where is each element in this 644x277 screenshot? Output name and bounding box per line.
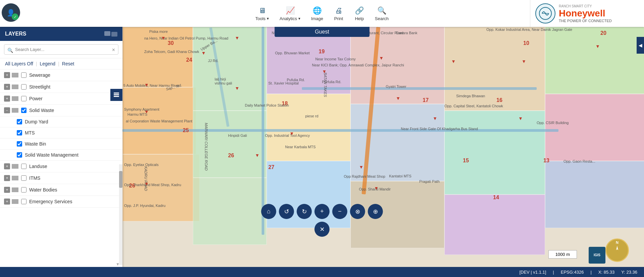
layer-search-clear[interactable]: × (112, 47, 115, 53)
layers-stack-icon[interactable] (104, 31, 117, 37)
toolbar-print[interactable]: 🖨 Print (333, 5, 344, 21)
layer-item-solid-waste[interactable]: − Solid Waste (0, 105, 122, 116)
map-controls: ⌂ ↺ ↻ + − ⊗ ⊕ ✕ (261, 204, 383, 237)
print-icon: 🖨 (333, 5, 344, 16)
layer-search-icon: 🔍 (7, 48, 13, 53)
toolbar-analytics[interactable]: 📈 Analytics ▼ (279, 5, 301, 21)
help-icon: 🔗 (354, 5, 365, 16)
right-collapse-button[interactable]: ◀ (637, 37, 644, 54)
target-button[interactable]: ⊕ (368, 204, 383, 219)
help-label[interactable]: Help (355, 16, 364, 21)
layer-item-sewerage[interactable]: + Sewerage (0, 69, 122, 81)
compass-north: N (616, 240, 619, 244)
toolbar-tools[interactable]: 🖥 Tools ▼ (255, 5, 269, 21)
layers-toggle-button[interactable]: ⊗ (350, 204, 365, 219)
legend-btn[interactable]: Legend (40, 61, 55, 66)
status-env: [DEV | v1.1.1] (519, 270, 546, 275)
honeywell-name: Honeywell (559, 8, 612, 19)
solid-waste-checkbox[interactable] (21, 108, 26, 113)
streetlight-expand[interactable]: + (4, 84, 10, 90)
solid-waste-color (12, 108, 18, 113)
layers-title: LAYERS (5, 31, 26, 37)
analytics-label[interactable]: Analytics ▼ (279, 16, 301, 21)
tools-label[interactable]: Tools ▼ (255, 16, 269, 21)
svg-marker-4 (616, 246, 618, 250)
tools-arrow: ▼ (266, 17, 270, 20)
image-icon: 🌐 (312, 5, 322, 16)
layer-item-waste-bin[interactable]: Waste Bin (0, 138, 122, 150)
itms-expand[interactable]: + (4, 175, 10, 181)
sewerage-expand[interactable]: + (4, 72, 10, 78)
dump-yard-checkbox[interactable] (17, 119, 22, 124)
emergency-checkbox[interactable] (21, 199, 26, 204)
landuse-color (12, 164, 18, 169)
analytics-arrow: ▼ (298, 17, 301, 20)
layer-item-solid-waste-mgmt[interactable]: Solid Waste Management (0, 150, 122, 161)
waste-bin-checkbox[interactable] (17, 141, 22, 147)
honeywell-logo: RANCH SMART CITY Honeywell THE POWER OF … (530, 0, 644, 27)
toolbar-help[interactable]: 🔗 Help (354, 5, 365, 21)
reset-btn[interactable]: Reset (62, 61, 74, 66)
guest-bar: Guest (275, 27, 370, 37)
layer-item-emergency-services[interactable]: + Emergency Services (0, 196, 122, 208)
emergency-expand[interactable]: + (4, 199, 10, 205)
layers-float-icon[interactable] (110, 89, 122, 101)
sewerage-label: Sewerage (29, 72, 118, 78)
toolbar-image[interactable]: 🌐 Image (311, 5, 323, 21)
redo-button[interactable]: ↻ (297, 204, 312, 219)
layers-scroll-down[interactable]: ▼ (116, 262, 120, 267)
honeywell-tagline: THE POWER OF CONNECTED (559, 19, 612, 23)
compass: N (604, 237, 631, 264)
solid-waste-label: Solid Waste (29, 108, 118, 113)
power-expand[interactable]: + (4, 96, 10, 102)
svg-rect-2 (114, 94, 119, 95)
mts-checkbox[interactable] (17, 130, 22, 135)
water-bodies-checkbox[interactable] (21, 187, 26, 192)
extra-button[interactable]: ✕ (315, 222, 330, 237)
solid-waste-expand[interactable]: − (4, 107, 10, 113)
solid-waste-mgmt-checkbox[interactable] (17, 152, 22, 158)
layer-item-power[interactable]: + Power (0, 93, 122, 105)
layers-search: 🔍 × (0, 41, 122, 58)
home-button[interactable]: ⌂ (261, 204, 276, 219)
igis-badge: IGIS (589, 247, 605, 264)
itms-checkbox[interactable] (21, 175, 26, 181)
layer-search-input[interactable] (4, 44, 118, 55)
streetlight-checkbox[interactable] (21, 84, 26, 90)
emergency-color (12, 199, 18, 204)
search-icon: 🔍 (376, 5, 387, 16)
landuse-expand[interactable]: + (4, 163, 10, 169)
svg-rect-3 (114, 96, 119, 97)
print-label[interactable]: Print (334, 16, 343, 21)
search-label[interactable]: Search (375, 16, 389, 21)
water-bodies-expand[interactable]: + (4, 187, 10, 193)
layers-panel: LAYERS 🔍 × All Layers Off | Legend | Res… (0, 27, 122, 268)
image-label[interactable]: Image (311, 16, 323, 21)
compass-circle: N (605, 238, 629, 262)
landuse-checkbox[interactable] (21, 164, 26, 169)
layer-item-landuse[interactable]: + Landuse (0, 161, 122, 172)
sewerage-checkbox[interactable] (21, 72, 26, 78)
zoom-out-button[interactable]: − (332, 204, 347, 219)
layers-list: + Sewerage + Streetlight + Power − Solid… (0, 69, 122, 257)
layer-item-water-bodies[interactable]: + Water Bodies (0, 184, 122, 196)
status-x: X: 85.33 (598, 270, 614, 275)
layer-item-mts[interactable]: MTS (0, 127, 122, 138)
toolbar-search[interactable]: 🔍 Search (375, 5, 389, 21)
layer-item-dump-yard[interactable]: Dump Yard (0, 116, 122, 127)
dump-yard-label: Dump Yard (25, 119, 118, 124)
undo-button[interactable]: ↺ (279, 204, 294, 219)
map-controls-row: ⌂ ↺ ↻ + − ⊗ ⊕ (261, 204, 383, 219)
zoom-in-button[interactable]: + (315, 204, 330, 219)
itms-color (12, 176, 18, 180)
all-layers-off-btn[interactable]: All Layers Off (5, 61, 33, 66)
sewerage-color (12, 73, 18, 77)
layer-item-streetlight[interactable]: + Streetlight (0, 81, 122, 93)
layer-item-itms[interactable]: + ITMS (0, 172, 122, 184)
layers-header: LAYERS (0, 27, 122, 41)
honeywell-logo-icon (535, 3, 555, 23)
user-check-badge: ✓ (12, 13, 18, 20)
igis-text: IGIS (594, 253, 600, 257)
svg-rect-1 (114, 93, 119, 94)
power-checkbox[interactable] (21, 96, 26, 101)
